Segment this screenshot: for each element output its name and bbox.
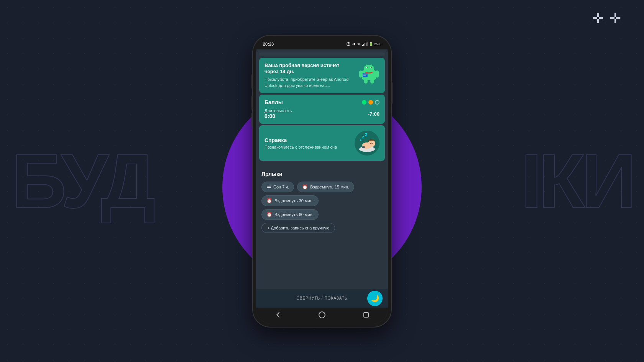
svg-line-2 [348,44,349,44]
shortcut-row-2: ⏰ Вздремнуть 30 мин. [261,195,383,206]
shortcuts-title: Ярлыки [261,171,383,177]
svg-rect-9 [367,42,368,46]
plus-icon-2[interactable]: ✛ [610,11,621,25]
shortcuts-section: Ярлыки 🛏 Сон 7 ч. ⏰ Вздремнуть 15 мин. [256,165,388,289]
nap-30-label: Вздремнуть 30 мин. [274,198,314,203]
trial-title: Ваша пробная версия истечёт через 14 дн. [264,62,355,75]
screen-content: Ваша пробная версия истечёт через 14 дн.… [256,49,388,324]
svg-rect-20 [364,79,368,84]
score-header: Баллы [264,99,380,105]
nap-60-label: Вздремнуть 60 мин. [274,212,314,217]
background-text-left: БУД [12,137,152,225]
shortcut-nap-30[interactable]: ⏰ Вздремнуть 30 мин. [261,195,319,206]
trial-description: Пожалуйста, приобретите Sleep as Android… [264,77,355,88]
add-sleep-record-button[interactable]: + Добавить запись сна вручную [261,223,335,233]
svg-rect-5 [362,45,363,46]
scroll-area: Ваша пробная версия истечёт через 14 дн.… [256,49,388,165]
svg-rect-8 [366,43,366,46]
svg-text:z: z [362,135,364,139]
nap-15-label: Вздремнуть 15 мин. [310,185,349,189]
dot-outline [375,100,380,105]
svg-point-11 [364,65,375,72]
phone-screen: 20:23 🔋 25% [256,39,388,324]
battery-percent: 25% [374,42,381,46]
collapse-show-label[interactable]: СВЕРНУТЬ / ПОКАЗАТЬ [264,296,380,300]
svg-rect-19 [376,70,379,77]
android-mascot [358,62,380,84]
wifi-icon [356,42,361,46]
svg-point-15 [371,67,372,68]
svg-rect-6 [363,44,364,46]
sleep-7h-label: Сон 7 ч. [273,185,289,189]
recents-square-icon [362,311,370,319]
sleeping-person-svg: z z z [355,131,380,156]
svg-text:z: z [365,131,368,137]
signal-icon [362,42,368,46]
svg-rect-34 [364,313,368,317]
nav-bar [256,308,388,324]
shortcut-sleep-7h[interactable]: 🛏 Сон 7 ч. [261,182,294,192]
score-duration-label: Длительность [264,108,292,113]
alarm-nap-30-icon: ⏰ [266,198,272,203]
alarm-nap-60-icon: ⏰ [266,212,272,217]
alarm-nap-15-icon: ⏰ [302,184,308,190]
nav-recents-button[interactable] [358,308,374,322]
bottom-bar: СВЕРНУТЬ / ПОКАЗАТЬ 🌙 [256,289,388,308]
nav-back-button[interactable] [270,308,286,322]
alarm-icon [347,42,350,46]
svg-rect-32 [362,146,365,148]
fab-moon-button[interactable]: 🌙 [367,291,383,306]
score-duration-section: Длительность 0:00 [264,108,292,119]
trial-text: Ваша пробная версия истечёт через 14 дн.… [264,62,355,89]
svg-rect-24 [363,75,366,75]
dot-green [362,100,366,105]
status-icons: 🔋 25% [347,42,381,46]
add-record-label: + Добавить запись сна вручную [267,226,329,230]
dot-orange [368,100,373,105]
svg-point-28 [368,140,375,147]
svg-rect-21 [370,79,374,84]
background-text-right: ІКИ [521,137,632,225]
score-negative-value: -7:00 [368,111,380,117]
scroll-hint [259,52,385,56]
back-arrow-icon [274,311,282,319]
status-bar: 20:23 🔋 25% [256,39,388,49]
top-right-icons: ✛ ✛ [592,11,621,25]
score-row: Длительность 0:00 -7:00 [264,108,380,119]
svg-point-33 [319,312,325,318]
score-card[interactable]: Баллы Длительность 0:00 [259,95,385,124]
nav-home-button[interactable] [314,308,330,322]
bed-icon: 🛏 [266,184,271,190]
help-card[interactable]: Справка Познакомьтесь с отслеживанием сн… [259,125,385,161]
shortcut-nap-60[interactable]: ⏰ Вздремнуть 60 мин. [261,209,319,220]
mute-icon [352,42,355,46]
android-mascot-svg [358,62,380,84]
help-description: Познакомьтесь с отслеживанием сна [264,145,351,149]
phone-device: 20:23 🔋 25% [253,36,391,327]
battery-icon: 🔋 [369,42,373,46]
svg-text:z: z [360,138,361,141]
help-image: z z z [355,131,380,156]
score-title: Баллы [264,99,283,105]
moon-icon: 🌙 [371,294,379,303]
help-text: Справка Познакомьтесь с отслеживанием сн… [264,137,351,149]
svg-point-14 [367,67,368,68]
shortcut-row-3: ⏰ Вздремнуть 60 мин. [261,209,383,220]
shortcut-row-1: 🛏 Сон 7 ч. ⏰ Вздремнуть 15 мин. [261,182,383,192]
score-duration-value: 0:00 [264,113,292,119]
trial-banner[interactable]: Ваша пробная версия истечёт через 14 дн.… [259,58,385,93]
plus-icon-1[interactable]: ✛ [592,11,604,25]
home-circle-icon [318,311,326,319]
help-title: Справка [264,137,351,143]
svg-rect-7 [365,43,365,46]
shortcut-row-4: + Добавить запись сна вручную [261,223,383,233]
phone-outer-shell: 20:23 🔋 25% [253,36,391,327]
shortcut-nap-15[interactable]: ⏰ Вздремнуть 15 мин. [297,182,354,192]
svg-rect-23 [363,74,367,74]
status-time: 20:23 [263,42,274,46]
score-dots [362,100,380,105]
svg-rect-18 [359,70,362,77]
